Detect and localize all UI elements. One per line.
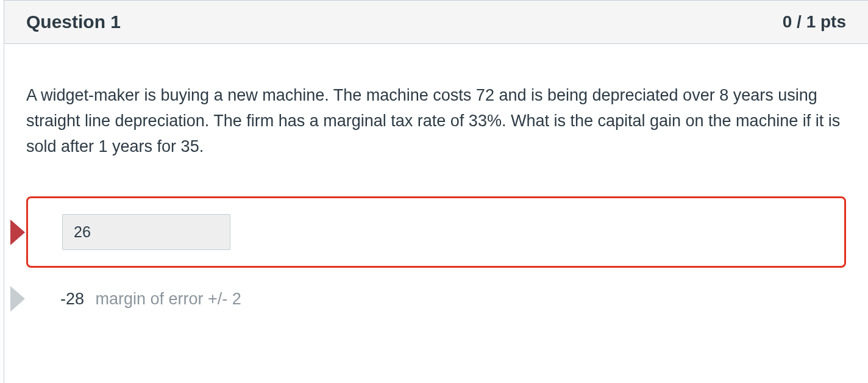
- question-text: A widget-maker is buying a new machine. …: [26, 83, 846, 160]
- question-header: Question 1 0 / 1 pts: [4, 0, 868, 44]
- question-points: 0 / 1 pts: [783, 12, 846, 32]
- correct-answer-value: -28: [60, 290, 84, 308]
- incorrect-arrow-icon: [10, 220, 25, 245]
- neutral-arrow-icon: [10, 286, 25, 312]
- student-answer-value: 26: [62, 214, 230, 250]
- student-answer-box: 26: [26, 196, 846, 268]
- margin-of-error-label: margin of error +/- 2: [95, 290, 241, 308]
- answer-section: 26: [26, 196, 846, 268]
- question-container: Question 1 0 / 1 pts A widget-maker is b…: [4, 0, 868, 383]
- question-body: A widget-maker is buying a new machine. …: [4, 44, 868, 326]
- correct-answer-section: -28 margin of error +/- 2: [26, 290, 846, 309]
- question-title: Question 1: [26, 12, 121, 32]
